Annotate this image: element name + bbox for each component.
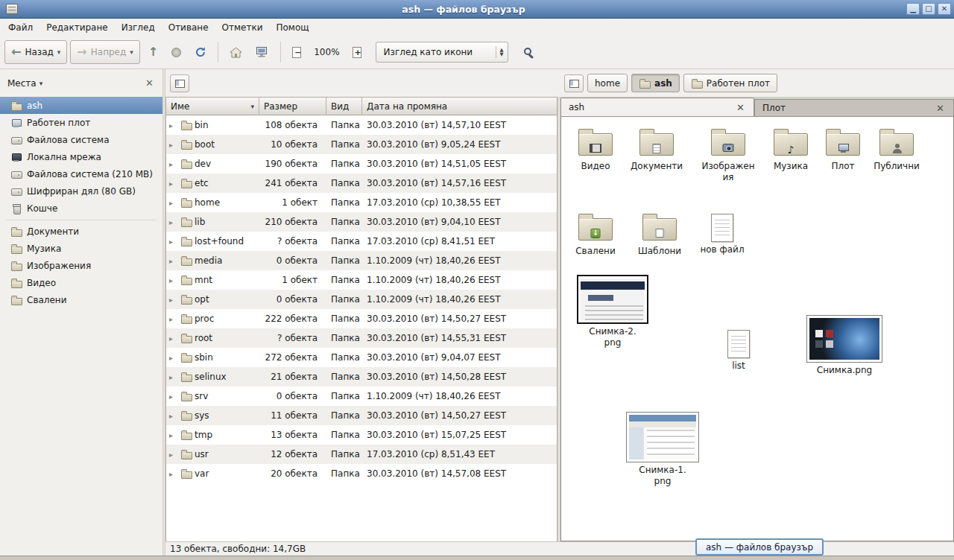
sidebar-item[interactable]: Шифриран дял (80 GB) xyxy=(0,182,162,200)
home-button[interactable] xyxy=(224,40,247,64)
sidebar-item[interactable]: Музика xyxy=(0,240,162,257)
icon-view-item[interactable]: Видео xyxy=(564,126,627,172)
table-row[interactable]: tmp 13 обекта Папка 30.03.2010 (вт) 15,0… xyxy=(166,425,557,445)
table-row[interactable]: home 1 обект Папка 17.03.2010 (ср) 10,38… xyxy=(166,193,557,212)
table-row[interactable]: sbin 272 обекта Папка 30.03.2010 (вт) 9,… xyxy=(166,348,557,367)
expander-icon[interactable] xyxy=(169,412,178,420)
menu-item[interactable]: Помощ xyxy=(270,20,316,35)
chevron-down-icon[interactable]: ▾ xyxy=(40,80,43,87)
forward-button[interactable]: → Напред ▾ xyxy=(70,40,139,64)
expander-icon[interactable] xyxy=(169,199,178,207)
menu-item[interactable]: Редактиране xyxy=(40,20,115,35)
expander-icon[interactable] xyxy=(169,392,178,401)
table-row[interactable]: root ? обекта Папка 30.03.2010 (вт) 14,5… xyxy=(166,328,557,348)
table-row[interactable]: lost+found ? обекта Папка 17.03.2010 (ср… xyxy=(166,232,557,251)
zoom-out-button[interactable] xyxy=(287,40,306,64)
sidebar-item[interactable]: Свалени xyxy=(0,291,162,308)
sidebar-item[interactable]: Видео xyxy=(0,274,162,291)
table-row[interactable]: opt 0 обекта Папка 1.10.2009 (чт) 18,40,… xyxy=(166,290,557,309)
column-header-size[interactable]: Размер xyxy=(259,98,326,115)
icon-view-item[interactable]: Снимка.png xyxy=(801,315,888,376)
computer-button[interactable] xyxy=(250,40,274,64)
back-button[interactable]: ← Назад ▾ xyxy=(4,40,67,64)
tab-desktop[interactable]: Плот ✕ xyxy=(754,99,954,116)
menu-item[interactable]: Отиване xyxy=(162,20,215,35)
table-row[interactable]: selinux 21 обекта Папка 30.03.2010 (вт) … xyxy=(166,367,557,386)
expander-icon[interactable] xyxy=(169,470,178,478)
back-dropdown-icon[interactable]: ▾ xyxy=(57,48,61,56)
menu-item[interactable]: Изглед xyxy=(115,20,162,35)
table-row[interactable]: proc 222 обекта Папка 30.03.2010 (вт) 14… xyxy=(166,309,557,328)
icon-view-item[interactable]: Свалени xyxy=(564,211,627,257)
table-row[interactable]: media 0 обекта Папка 1.10.2009 (чт) 18,4… xyxy=(166,251,557,270)
forward-dropdown-icon[interactable]: ▾ xyxy=(130,48,133,56)
sidebar-item[interactable]: Кошче xyxy=(0,200,162,217)
expander-icon[interactable] xyxy=(169,354,178,362)
table-row[interactable]: dev 190 обекта Папка 30.03.2010 (вт) 14,… xyxy=(166,154,557,174)
reload-button[interactable] xyxy=(189,40,212,64)
sidebar-item[interactable]: Файлова система xyxy=(0,131,162,148)
right-pane-toggle-button[interactable] xyxy=(564,74,584,92)
breadcrumb-home[interactable]: home xyxy=(587,74,628,92)
icon-view-item[interactable]: Шаблони xyxy=(628,211,691,257)
icon-view-item[interactable]: Снимка-1. png xyxy=(619,412,706,487)
icon-view[interactable]: Видео Документи xyxy=(560,117,954,541)
table-row[interactable]: usr 12 обекта Папка 17.03.2010 (ср) 8,51… xyxy=(166,445,557,464)
expander-icon[interactable] xyxy=(169,238,178,246)
icon-view-item[interactable]: нов файл xyxy=(691,211,754,255)
stop-button[interactable] xyxy=(166,40,186,64)
table-row[interactable]: bin 108 обекта Папка 30.03.2010 (вт) 14,… xyxy=(166,115,557,135)
icon-view-item[interactable]: list xyxy=(707,327,770,372)
expander-icon[interactable] xyxy=(169,121,178,130)
tab-ash[interactable]: ash ✕ xyxy=(560,98,754,116)
icon-view-item[interactable]: Документи xyxy=(625,126,688,172)
maximize-icon[interactable]: □ xyxy=(922,3,935,15)
tab-close-icon[interactable]: ✕ xyxy=(935,103,946,114)
table-row[interactable]: var 20 обекта Папка 30.03.2010 (вт) 14,5… xyxy=(166,464,557,483)
table-row[interactable]: boot 10 обекта Папка 30.03.2010 (вт) 9,0… xyxy=(166,135,557,154)
breadcrumb-desktop[interactable]: Работен плот xyxy=(683,74,777,92)
sidebar-close-icon[interactable]: ✕ xyxy=(142,77,157,89)
view-mode-select[interactable]: Изглед като икони ▲▼ xyxy=(376,42,508,63)
expander-icon[interactable] xyxy=(169,334,178,343)
expander-icon[interactable] xyxy=(169,373,178,381)
expander-icon[interactable] xyxy=(169,218,178,226)
left-pane-toggle-button[interactable] xyxy=(170,74,189,92)
table-row[interactable]: sys 11 обекта Папка 30.03.2010 (вт) 14,5… xyxy=(166,406,557,425)
table-row[interactable]: srv 0 обекта Папка 1.10.2009 (чт) 18,40,… xyxy=(166,386,557,406)
expander-icon[interactable] xyxy=(169,257,178,265)
column-header-date[interactable]: Дата на промяна xyxy=(362,98,557,115)
menu-item[interactable]: Файл xyxy=(1,20,40,35)
sidebar-title[interactable]: Места xyxy=(7,78,37,89)
table-row[interactable]: mnt 1 обект Папка 1.10.2009 (чт) 18,40,2… xyxy=(166,270,557,290)
breadcrumb-ash[interactable]: ash xyxy=(631,74,680,92)
expander-icon[interactable] xyxy=(169,296,178,304)
close-icon[interactable]: ✕ xyxy=(938,3,951,15)
icon-view-item[interactable]: Публични xyxy=(865,126,928,172)
icon-view-item[interactable]: Снимка-2. png xyxy=(572,275,654,349)
spinner-arrows-icon[interactable]: ▲▼ xyxy=(496,46,508,58)
sidebar-item[interactable]: Файлова система (210 MB) xyxy=(0,165,162,182)
minimize-icon[interactable]: ▁ xyxy=(906,3,920,15)
sidebar-item[interactable] xyxy=(0,217,162,223)
up-button[interactable]: ↑ xyxy=(143,40,163,64)
expander-icon[interactable] xyxy=(169,451,178,459)
expander-icon[interactable] xyxy=(169,276,178,284)
sidebar-item[interactable]: Работен плот xyxy=(0,114,162,131)
column-header-kind[interactable]: Вид xyxy=(326,98,362,115)
sidebar-item[interactable]: Документи xyxy=(0,223,162,240)
icon-view-item[interactable]: Изображен ия xyxy=(697,126,759,183)
column-header-name[interactable]: Име ▾ xyxy=(166,98,259,115)
sidebar-item[interactable]: Изображения xyxy=(0,257,162,274)
zoom-in-button[interactable] xyxy=(347,40,367,64)
expander-icon[interactable] xyxy=(169,315,178,323)
expander-icon[interactable] xyxy=(169,179,178,188)
tab-close-icon[interactable]: ✕ xyxy=(735,102,746,113)
table-row[interactable]: etc 241 обекта Папка 30.03.2010 (вт) 14,… xyxy=(166,174,557,193)
table-row[interactable]: lib 210 обекта Папка 30.03.2010 (вт) 9,0… xyxy=(166,212,557,232)
search-button[interactable] xyxy=(517,40,540,64)
sidebar-item[interactable]: Локална мрежа xyxy=(0,148,162,165)
sidebar-item[interactable]: ash xyxy=(0,97,162,114)
menu-item[interactable]: Отметки xyxy=(215,20,270,35)
expander-icon[interactable] xyxy=(169,160,178,168)
